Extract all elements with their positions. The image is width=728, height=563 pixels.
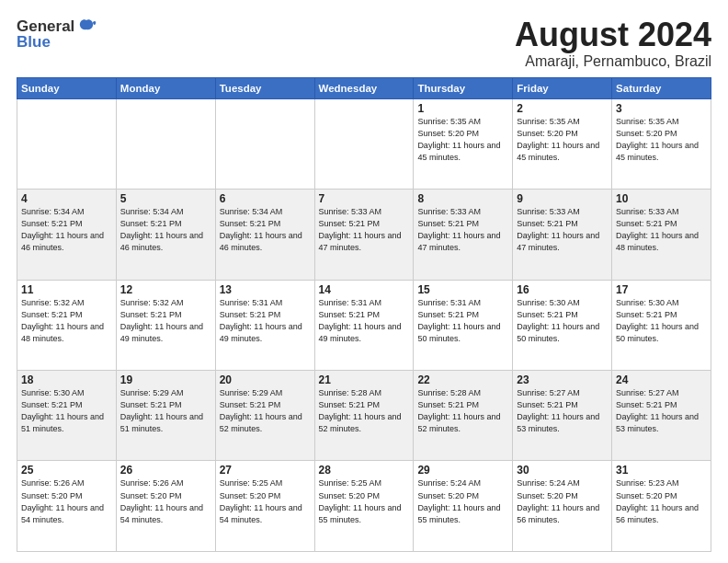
day-number: 24 [616, 373, 707, 386]
day-info: Sunrise: 5:30 AM Sunset: 5:21 PM Dayligh… [616, 297, 707, 345]
day-number: 4 [21, 192, 112, 205]
day-info: Sunrise: 5:23 AM Sunset: 5:20 PM Dayligh… [616, 477, 707, 525]
calendar-cell: 21Sunrise: 5:28 AM Sunset: 5:21 PM Dayli… [314, 371, 414, 461]
day-info: Sunrise: 5:34 AM Sunset: 5:21 PM Dayligh… [120, 206, 211, 254]
day-info: Sunrise: 5:27 AM Sunset: 5:21 PM Dayligh… [616, 387, 707, 435]
day-number: 30 [517, 464, 608, 477]
day-number: 14 [319, 283, 410, 296]
day-info: Sunrise: 5:27 AM Sunset: 5:21 PM Dayligh… [517, 387, 608, 435]
col-monday: Monday [116, 77, 215, 98]
calendar-title: August 2024 [515, 17, 711, 53]
calendar-cell: 5Sunrise: 5:34 AM Sunset: 5:21 PM Daylig… [116, 190, 215, 280]
day-info: Sunrise: 5:35 AM Sunset: 5:20 PM Dayligh… [517, 116, 608, 164]
day-number: 29 [417, 464, 508, 477]
calendar-cell: 18Sunrise: 5:30 AM Sunset: 5:21 PM Dayli… [17, 371, 117, 461]
day-number: 17 [616, 283, 707, 296]
calendar-table: Sunday Monday Tuesday Wednesday Thursday… [17, 77, 711, 552]
page: General Blue August 2024 Amaraji, Pernam… [0, 0, 728, 563]
calendar-subtitle: Amaraji, Pernambuco, Brazil [515, 53, 711, 70]
calendar-cell: 30Sunrise: 5:24 AM Sunset: 5:20 PM Dayli… [513, 461, 612, 552]
day-number: 31 [616, 464, 707, 477]
calendar-cell: 22Sunrise: 5:28 AM Sunset: 5:21 PM Dayli… [414, 371, 513, 461]
col-tuesday: Tuesday [215, 77, 314, 98]
calendar-cell: 4Sunrise: 5:34 AM Sunset: 5:21 PM Daylig… [17, 190, 117, 280]
calendar-cell: 7Sunrise: 5:33 AM Sunset: 5:21 PM Daylig… [314, 190, 414, 280]
col-sunday: Sunday [17, 77, 117, 98]
day-info: Sunrise: 5:35 AM Sunset: 5:20 PM Dayligh… [417, 116, 508, 164]
day-info: Sunrise: 5:31 AM Sunset: 5:21 PM Dayligh… [319, 297, 410, 345]
calendar-cell: 6Sunrise: 5:34 AM Sunset: 5:21 PM Daylig… [215, 190, 314, 280]
day-number: 22 [417, 373, 508, 386]
calendar-cell: 10Sunrise: 5:33 AM Sunset: 5:21 PM Dayli… [612, 190, 711, 280]
calendar-cell: 29Sunrise: 5:24 AM Sunset: 5:20 PM Dayli… [414, 461, 513, 552]
day-number: 16 [517, 283, 608, 296]
day-number: 8 [417, 192, 508, 205]
calendar-cell: 1Sunrise: 5:35 AM Sunset: 5:20 PM Daylig… [414, 98, 513, 189]
calendar-cell: 16Sunrise: 5:30 AM Sunset: 5:21 PM Dayli… [513, 280, 612, 370]
col-thursday: Thursday [414, 77, 513, 98]
day-info: Sunrise: 5:31 AM Sunset: 5:21 PM Dayligh… [220, 297, 311, 345]
day-number: 21 [319, 373, 410, 386]
calendar-cell: 23Sunrise: 5:27 AM Sunset: 5:21 PM Dayli… [513, 371, 612, 461]
day-number: 28 [319, 464, 410, 477]
calendar-cell: 11Sunrise: 5:32 AM Sunset: 5:21 PM Dayli… [17, 280, 117, 370]
day-info: Sunrise: 5:25 AM Sunset: 5:20 PM Dayligh… [319, 477, 410, 525]
day-number: 25 [21, 464, 112, 477]
day-info: Sunrise: 5:34 AM Sunset: 5:21 PM Dayligh… [21, 206, 112, 254]
day-number: 9 [517, 192, 608, 205]
calendar-cell: 17Sunrise: 5:30 AM Sunset: 5:21 PM Dayli… [612, 280, 711, 370]
day-number: 15 [417, 283, 508, 296]
calendar-cell [116, 98, 215, 189]
day-info: Sunrise: 5:33 AM Sunset: 5:21 PM Dayligh… [319, 206, 410, 254]
day-info: Sunrise: 5:30 AM Sunset: 5:21 PM Dayligh… [21, 387, 112, 435]
calendar-week-1: 1Sunrise: 5:35 AM Sunset: 5:20 PM Daylig… [17, 98, 711, 189]
logo-bird-icon [76, 17, 97, 37]
calendar-cell: 12Sunrise: 5:32 AM Sunset: 5:21 PM Dayli… [116, 280, 215, 370]
day-number: 10 [616, 192, 707, 205]
calendar-week-5: 25Sunrise: 5:26 AM Sunset: 5:20 PM Dayli… [17, 461, 711, 552]
day-number: 11 [21, 283, 112, 296]
calendar-week-3: 11Sunrise: 5:32 AM Sunset: 5:21 PM Dayli… [17, 280, 711, 370]
day-info: Sunrise: 5:35 AM Sunset: 5:20 PM Dayligh… [616, 116, 707, 164]
calendar-cell: 26Sunrise: 5:26 AM Sunset: 5:20 PM Dayli… [116, 461, 215, 552]
day-info: Sunrise: 5:33 AM Sunset: 5:21 PM Dayligh… [616, 206, 707, 254]
day-number: 27 [220, 464, 311, 477]
day-number: 2 [517, 102, 608, 115]
day-info: Sunrise: 5:28 AM Sunset: 5:21 PM Dayligh… [319, 387, 410, 435]
day-info: Sunrise: 5:26 AM Sunset: 5:20 PM Dayligh… [21, 477, 112, 525]
day-info: Sunrise: 5:32 AM Sunset: 5:21 PM Dayligh… [21, 297, 112, 345]
col-wednesday: Wednesday [314, 77, 414, 98]
day-number: 26 [120, 464, 211, 477]
calendar-cell: 8Sunrise: 5:33 AM Sunset: 5:21 PM Daylig… [414, 190, 513, 280]
day-info: Sunrise: 5:30 AM Sunset: 5:21 PM Dayligh… [517, 297, 608, 345]
day-info: Sunrise: 5:33 AM Sunset: 5:21 PM Dayligh… [517, 206, 608, 254]
col-friday: Friday [513, 77, 612, 98]
col-saturday: Saturday [612, 77, 711, 98]
calendar-week-4: 18Sunrise: 5:30 AM Sunset: 5:21 PM Dayli… [17, 371, 711, 461]
day-info: Sunrise: 5:24 AM Sunset: 5:20 PM Dayligh… [417, 477, 508, 525]
calendar-cell: 27Sunrise: 5:25 AM Sunset: 5:20 PM Dayli… [215, 461, 314, 552]
day-info: Sunrise: 5:32 AM Sunset: 5:21 PM Dayligh… [120, 297, 211, 345]
logo-blue: Blue [17, 33, 51, 52]
calendar-cell: 25Sunrise: 5:26 AM Sunset: 5:20 PM Dayli… [17, 461, 117, 552]
day-info: Sunrise: 5:29 AM Sunset: 5:21 PM Dayligh… [220, 387, 311, 435]
day-info: Sunrise: 5:29 AM Sunset: 5:21 PM Dayligh… [120, 387, 211, 435]
calendar-cell [215, 98, 314, 189]
day-number: 3 [616, 102, 707, 115]
logo: General Blue [17, 17, 97, 52]
day-number: 19 [120, 373, 211, 386]
day-number: 1 [417, 102, 508, 115]
day-info: Sunrise: 5:33 AM Sunset: 5:21 PM Dayligh… [417, 206, 508, 254]
day-info: Sunrise: 5:25 AM Sunset: 5:20 PM Dayligh… [220, 477, 311, 525]
day-number: 7 [319, 192, 410, 205]
header-row: Sunday Monday Tuesday Wednesday Thursday… [17, 77, 711, 98]
calendar-cell: 31Sunrise: 5:23 AM Sunset: 5:20 PM Dayli… [612, 461, 711, 552]
calendar-cell: 15Sunrise: 5:31 AM Sunset: 5:21 PM Dayli… [414, 280, 513, 370]
header: General Blue August 2024 Amaraji, Pernam… [17, 17, 711, 70]
day-number: 20 [220, 373, 311, 386]
calendar-cell: 2Sunrise: 5:35 AM Sunset: 5:20 PM Daylig… [513, 98, 612, 189]
day-info: Sunrise: 5:31 AM Sunset: 5:21 PM Dayligh… [417, 297, 508, 345]
calendar-cell: 28Sunrise: 5:25 AM Sunset: 5:20 PM Dayli… [314, 461, 414, 552]
calendar-cell: 9Sunrise: 5:33 AM Sunset: 5:21 PM Daylig… [513, 190, 612, 280]
day-info: Sunrise: 5:28 AM Sunset: 5:21 PM Dayligh… [417, 387, 508, 435]
